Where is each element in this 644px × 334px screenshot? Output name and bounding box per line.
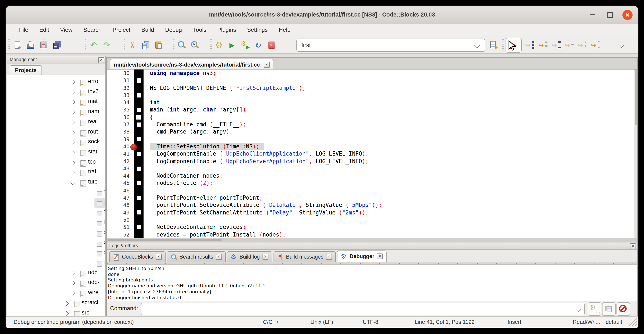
code-line-51[interactable]: 51 NetDeviceContainer devices; [107, 223, 637, 231]
chevron-down-icon[interactable] [576, 306, 581, 312]
fold-margin[interactable] [134, 194, 144, 202]
menu-file[interactable]: File [14, 24, 34, 37]
toolbar-grip[interactable] [8, 40, 10, 51]
code-text[interactable] [144, 77, 637, 84]
code-line-32[interactable]: 32NS_LOG_COMPONENT_DEFINE ("FirstScriptE… [107, 84, 637, 92]
toolbar-grip[interactable] [85, 40, 86, 51]
scrollbar-thumb[interactable] [108, 239, 222, 241]
line-number[interactable]: 45 [107, 179, 134, 187]
save-file-icon[interactable] [39, 40, 48, 50]
chevron-down-icon[interactable] [70, 180, 75, 185]
line-number[interactable]: 30 [107, 70, 134, 77]
log-tab-debugger[interactable]: Debugger✕ [337, 250, 387, 262]
undo-icon[interactable] [89, 40, 98, 50]
line-number[interactable]: 31 [107, 77, 134, 84]
code-text[interactable]: nodes.Create (2); [144, 179, 637, 187]
code-text[interactable]: NS_LOG_COMPONENT_DEFINE ("FirstScriptExa… [144, 84, 637, 92]
line-number[interactable]: 44 [107, 172, 134, 179]
maximize-button[interactable] [604, 10, 615, 20]
build-target-combobox[interactable]: first [296, 39, 485, 52]
editor-vertical-scrollbar[interactable] [634, 70, 637, 238]
chevron-right-icon[interactable] [70, 120, 75, 125]
step-into-icon[interactable] [551, 40, 560, 50]
code-text[interactable]: cmd.Parse (argc, argv); [144, 128, 637, 136]
tree-item-fo[interactable]: fo [7, 208, 106, 218]
step-into-instruction-icon[interactable] [591, 40, 600, 50]
tree-item-mat[interactable]: mat [7, 98, 106, 107]
code-line-49[interactable]: 49 pointToPoint.SetChannelAttribute ("De… [107, 209, 637, 216]
line-number[interactable]: 43 [107, 165, 134, 172]
close-tab-icon[interactable]: ✕ [216, 254, 222, 260]
cut-icon[interactable] [128, 40, 137, 50]
chevron-right-icon[interactable] [70, 281, 75, 286]
code-line-38[interactable]: 38 cmd.Parse (argc, argv); [107, 128, 637, 136]
fold-margin[interactable] [134, 135, 144, 143]
code-line-47[interactable]: 47 PointToPointHelper pointToPoint; [107, 194, 637, 202]
code-text[interactable]: int [144, 99, 637, 106]
menu-view[interactable]: View [54, 24, 78, 37]
fold-margin[interactable] [134, 202, 144, 209]
close-tab-icon[interactable]: ✕ [264, 62, 270, 68]
menu-plugins[interactable]: Plugins [212, 24, 242, 37]
chevron-right-icon[interactable] [70, 80, 75, 85]
command-input[interactable] [141, 303, 585, 315]
fold-margin[interactable] [134, 231, 144, 238]
line-number[interactable]: 41 [107, 150, 134, 158]
editor-tab[interactable]: mnt/dev/tools/source/ns-3-dev/examples/t… [110, 59, 274, 70]
tree-item-udp[interactable]: udp [7, 268, 106, 278]
tree-item-six[interactable]: six [7, 248, 106, 258]
line-number[interactable]: 50 [107, 216, 134, 224]
code-text[interactable] [144, 187, 637, 194]
code-text[interactable]: CommandLine cmd (__FILE__); [144, 121, 637, 128]
code-line-36[interactable]: 36−{ [107, 114, 637, 121]
close-tab-icon[interactable]: ✕ [156, 254, 162, 260]
code-text[interactable]: main (int argc, char *argv[]) [144, 106, 637, 114]
tree-item-se[interactable]: se [7, 228, 106, 238]
code-line-43[interactable]: 43 [107, 165, 637, 172]
fold-margin[interactable] [134, 157, 144, 165]
menu-edit[interactable]: Edit [34, 24, 55, 37]
menu-project[interactable]: Project [107, 24, 136, 37]
tree-item-fif[interactable]: fif [7, 188, 106, 198]
code-line-35[interactable]: 35main (int argc, char *argv[]) [107, 106, 637, 114]
fold-margin[interactable] [134, 187, 144, 194]
close-panel-icon[interactable]: ✕ [98, 57, 104, 63]
chevron-right-icon[interactable] [70, 110, 75, 115]
tree-item-real[interactable]: real [7, 118, 106, 128]
toolbar-grip[interactable] [124, 40, 125, 51]
code-text[interactable]: pointToPoint.SetChannelAttribute ("Delay… [144, 209, 637, 216]
log-tab-search-results[interactable]: Search results✕ [166, 251, 226, 262]
tree-item-udp[interactable]: udp- [7, 279, 106, 288]
fold-margin[interactable] [134, 150, 144, 158]
tree-item-stat[interactable]: stat [7, 148, 106, 158]
fold-margin[interactable] [134, 92, 144, 99]
tree-item-trafl[interactable]: trafl [7, 168, 106, 178]
toolbar-grip[interactable] [502, 40, 504, 51]
close-button[interactable]: ✕ [622, 10, 632, 20]
tree-item-nam[interactable]: nam [7, 108, 106, 117]
save-all-icon[interactable] [52, 40, 62, 50]
menu-settings[interactable]: Settings [242, 24, 273, 37]
fold-margin[interactable] [134, 165, 144, 172]
tree-item-sock[interactable]: sock [7, 138, 106, 148]
tree-item-ipv6[interactable]: ipv6 [7, 88, 106, 97]
editor-horizontal-scrollbar[interactable] [106, 238, 638, 242]
line-number[interactable]: 40 [107, 143, 134, 150]
build-and-run-icon[interactable] [240, 40, 250, 50]
code-text[interactable] [144, 92, 637, 99]
fold-margin[interactable] [134, 99, 144, 106]
fold-collapse-icon[interactable]: − [136, 115, 141, 120]
code-line-45[interactable]: 45 nodes.Create (2); [107, 179, 637, 187]
rebuild-icon[interactable] [254, 40, 263, 50]
code-line-40[interactable]: 40 Time::SetResolution (Time::NS); [107, 143, 637, 150]
fold-margin[interactable] [134, 121, 144, 128]
code-text[interactable]: using namespace ns3; [144, 70, 637, 77]
redo-icon[interactable] [102, 40, 111, 50]
paste-icon[interactable] [154, 40, 164, 50]
tree-item-erro[interactable]: erro [7, 78, 106, 87]
fold-margin[interactable] [134, 106, 144, 114]
close-logs-icon[interactable]: ✕ [630, 243, 636, 249]
line-number[interactable]: 32 [107, 84, 134, 92]
chevron-right-icon[interactable] [64, 311, 69, 316]
tree-item-tcp[interactable]: tcp [7, 158, 106, 168]
